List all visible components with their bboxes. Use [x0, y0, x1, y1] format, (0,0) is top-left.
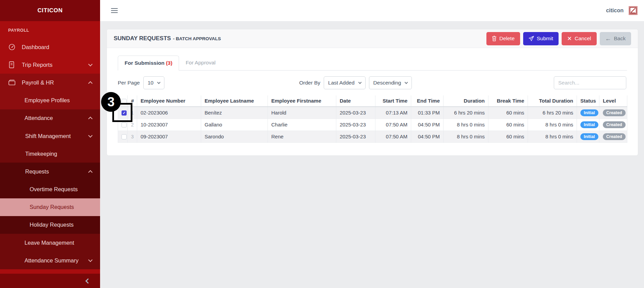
sidebar-item-attendance[interactable]: Attendance: [0, 109, 100, 127]
sidebar-item-employee-profiles[interactable]: Employee Profiles: [0, 92, 100, 109]
sidebar-item-payroll-hr[interactable]: Payroll & HR: [0, 74, 100, 91]
trash-icon: [492, 36, 497, 41]
sort-direction-select[interactable]: Descending: [369, 76, 412, 89]
employee-number: 02-2023006: [137, 107, 201, 119]
table-header-row: #Employee NumberEmployee LastnameEmploye…: [118, 95, 627, 107]
row-checkbox[interactable]: [122, 134, 127, 139]
hamburger-menu-icon[interactable]: [111, 8, 118, 13]
sidebar-item-label: Payroll & HR: [22, 79, 54, 86]
break-time: 60 mins: [488, 107, 528, 119]
row-number: 3: [128, 131, 137, 142]
collapse-left-icon: [85, 278, 91, 284]
sidebar-collapse-bar[interactable]: [0, 274, 100, 288]
card-header: SUNDAY REQUESTS - BATCH APPROVALS Delete…: [107, 29, 638, 48]
signature-edit-icon[interactable]: [628, 5, 639, 16]
sidebar: CITICON PAYROLL DashboardTrip ReportsPay…: [0, 0, 100, 288]
employee-lastname: Sarondo: [201, 131, 268, 142]
sidebar-item-timekeeping[interactable]: Timekeeping: [0, 145, 100, 163]
per-page-label: Per Page: [118, 80, 140, 86]
status-badge: Initial: [580, 109, 598, 116]
employee-lastname: Gallano: [201, 119, 268, 131]
search-input[interactable]: [554, 76, 626, 89]
chevron-up-icon: [88, 170, 93, 175]
level-badge: Created: [603, 121, 626, 128]
sidebar-item-label: Leave Management: [25, 240, 74, 246]
column-header: Duration: [444, 95, 488, 107]
sidebar-item-label: Trip Reports: [22, 62, 52, 68]
column-header: Date: [336, 95, 375, 107]
duration: 6 hrs 20 mins: [444, 107, 488, 119]
table-controls: Per Page 10 Order By Last Added Descendi…: [118, 76, 627, 89]
sidebar-item-label: Shift Management: [25, 133, 71, 139]
start-time: 07:13 AM: [375, 107, 411, 119]
delete-button[interactable]: Delete: [486, 32, 520, 45]
sidebar-item-requests[interactable]: Requests: [0, 163, 100, 180]
submit-button[interactable]: Submit: [523, 32, 559, 45]
speedometer-icon: [8, 43, 22, 51]
page-title: SUNDAY REQUESTS: [114, 35, 171, 42]
date: 2025-03-23: [336, 131, 375, 142]
start-time: 07:50 AM: [375, 131, 411, 142]
employee-firstname: Harold: [268, 107, 336, 119]
level: Created: [599, 119, 627, 131]
row-checkbox[interactable]: [122, 122, 127, 127]
topbar-user-label: citicon: [606, 7, 624, 14]
sidebar-section-label: PAYROLL: [0, 21, 100, 33]
chevron-down-icon: [157, 81, 160, 84]
wallet-icon: [8, 79, 22, 86]
employee-number: 09-2023007: [137, 131, 201, 142]
sidebar-item-label: Timekeeping: [25, 151, 57, 157]
status: Initial: [577, 131, 599, 142]
chevron-down-icon: [405, 81, 408, 84]
arrow-left-icon: ←: [605, 35, 611, 42]
status: Initial: [577, 107, 599, 119]
date: 2025-03-23: [336, 107, 375, 119]
brand-logo: CITICON: [0, 0, 100, 21]
per-page-select[interactable]: 10: [143, 76, 164, 89]
sidebar-item-label: Attendance: [25, 115, 53, 121]
status: Initial: [577, 119, 599, 131]
date: 2025-03-23: [336, 119, 375, 131]
employee-firstname: Rene: [268, 131, 336, 142]
sidebar-item-dashboard[interactable]: Dashboard: [0, 38, 100, 56]
sidebar-item-label: Overtime Requests: [30, 186, 78, 193]
chevron-up-icon: [88, 81, 93, 86]
level: Created: [599, 107, 627, 119]
sidebar-item-overtime-requests[interactable]: Overtime Requests: [0, 181, 100, 198]
sidebar-item-label: Holiday Requests: [30, 222, 74, 228]
back-button[interactable]: ← Back: [600, 32, 631, 45]
page-subtitle: - BATCH APPROVALS: [173, 36, 221, 41]
sidebar-item-label: Dashboard: [22, 44, 49, 50]
column-header: Start Time: [375, 95, 411, 107]
total-duration: 6 hrs 20 mins: [528, 107, 577, 119]
duration: 8 hrs 0 mins: [444, 119, 488, 131]
employee-firstname: Charlie: [268, 119, 336, 131]
sidebar-item-shift-management[interactable]: Shift Management: [0, 127, 100, 145]
end-time: 04:50 PM: [411, 131, 444, 142]
break-time: 60 mins: [488, 119, 528, 131]
sidebar-item-label: Attendance Summary: [25, 257, 79, 264]
sidebar-item-attendance-summary[interactable]: Attendance Summary: [0, 252, 100, 269]
end-time: 04:50 PM: [411, 119, 444, 131]
sidebar-item-holiday-requests[interactable]: Holiday Requests: [0, 216, 100, 234]
column-header: End Time: [411, 95, 444, 107]
sidebar-item-label: Requests: [25, 168, 49, 175]
status-badge: Initial: [580, 121, 598, 128]
duration: 8 hrs 0 mins: [444, 131, 488, 142]
level: Created: [599, 131, 627, 142]
tab-bar: For Submission (3)For Approval: [118, 56, 627, 71]
column-header: Break Time: [488, 95, 528, 107]
end-time: 01:33 PM: [411, 107, 444, 119]
order-by-select[interactable]: Last Added: [324, 76, 366, 89]
tab-for-approval[interactable]: For Approval: [179, 56, 222, 70]
sidebar-item-leave-management[interactable]: Leave Management: [0, 234, 100, 252]
row-select-cell: [118, 131, 128, 142]
chevron-down-icon: [88, 258, 93, 262]
sidebar-item-trip-reports[interactable]: Trip Reports: [0, 56, 100, 74]
cancel-button[interactable]: ✕ Cancel: [562, 32, 597, 45]
tab-for-submission[interactable]: For Submission (3): [118, 56, 179, 71]
column-header: Employee Lastname: [201, 95, 268, 107]
sidebar-item-sunday-requests[interactable]: Sunday Requests: [0, 198, 100, 216]
chevron-down-icon: [358, 81, 361, 84]
tab-count-badge: (3): [166, 60, 172, 66]
